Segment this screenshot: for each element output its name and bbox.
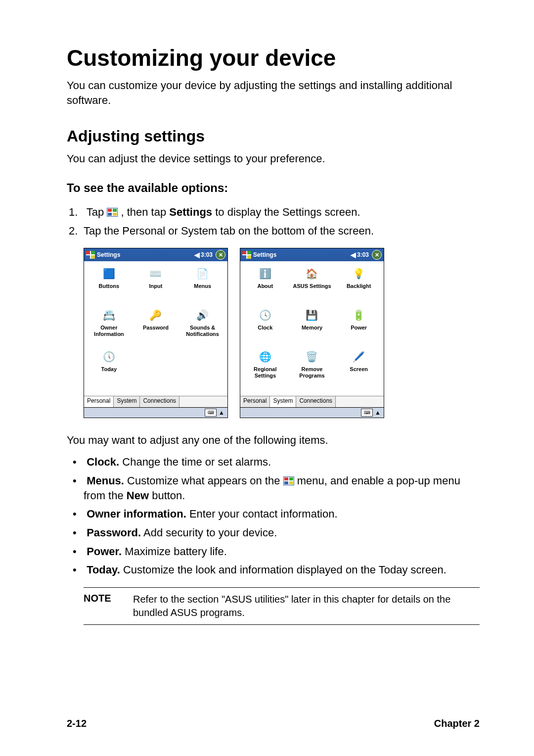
- item-owner-information[interactable]: 📇Owner Information: [86, 306, 132, 346]
- tab-connections[interactable]: Connections: [140, 396, 179, 407]
- pda-screenshots: Settings ◀ 3:03 ✕ 🟦Buttons ⌨️Input 📄Menu…: [84, 248, 480, 418]
- bullet-text: button.: [149, 489, 185, 502]
- pda-personal: Settings ◀ 3:03 ✕ 🟦Buttons ⌨️Input 📄Menu…: [84, 248, 228, 418]
- item-input[interactable]: ⌨️Input: [133, 264, 179, 305]
- owner-info-icon: 📇: [101, 308, 117, 323]
- sip-bar: ⌨ ▲: [84, 407, 227, 418]
- step1-post: to display the Settings screen.: [212, 206, 360, 218]
- item-menus[interactable]: 📄Menus: [179, 264, 225, 305]
- close-button[interactable]: ✕: [216, 250, 225, 260]
- pda-system: Settings ◀ 3:03 ✕ ℹ️About 🏠ASUS Settings…: [240, 248, 384, 418]
- steps-list: Tap , then tap Settings to display the S…: [67, 205, 480, 238]
- start-icon: [107, 208, 118, 217]
- bullet-text: Change the time or set alarms.: [119, 456, 271, 468]
- speaker-icon[interactable]: ◀: [194, 251, 200, 259]
- chapter-label: Chapter 2: [434, 718, 480, 729]
- bullet-label: Owner information.: [87, 508, 186, 520]
- bullet-label: Password.: [87, 526, 141, 539]
- bullet-label: Clock.: [87, 456, 119, 468]
- asus-settings-icon: 🏠: [304, 266, 320, 281]
- section-text: You can adjust the device settings to yo…: [67, 151, 480, 166]
- subsection-heading: To see the available options:: [67, 181, 480, 195]
- bullet-text: Add security to your device.: [141, 526, 277, 539]
- tab-connections[interactable]: Connections: [296, 396, 336, 407]
- remove-programs-icon: 🗑️: [304, 349, 320, 364]
- note-box: NOTE Refer to the section "ASUS utilitie…: [84, 587, 480, 625]
- item-remove-programs[interactable]: 🗑️Remove Programs: [289, 347, 335, 388]
- bullet-list: Clock. Change the time or set alarms. Me…: [67, 455, 480, 577]
- sounds-icon: 🔊: [195, 308, 211, 323]
- bullet-menus: Menus. Customize what appears on the men…: [67, 473, 480, 503]
- clock-time[interactable]: 3:03: [357, 251, 369, 258]
- bullet-text: Maximize battery life.: [122, 545, 227, 558]
- bullet-text: Enter your contact information.: [186, 508, 338, 520]
- about-icon: ℹ️: [257, 266, 273, 281]
- close-button[interactable]: ✕: [372, 250, 382, 260]
- item-regional-settings[interactable]: 🌐Regional Settings: [242, 347, 288, 388]
- icon-grid-personal: 🟦Buttons ⌨️Input 📄Menus 📇Owner Informati…: [84, 261, 227, 396]
- step1-bold: Settings: [169, 206, 212, 218]
- clock-icon: 🕓: [257, 308, 273, 323]
- item-asus-settings[interactable]: 🏠ASUS Settings: [289, 264, 335, 305]
- page-title: Customizing your device: [67, 45, 480, 71]
- power-icon: 🔋: [351, 308, 367, 323]
- bullet-text: Customize what appears on the: [124, 474, 283, 487]
- bullet-today: Today. Customize the look and informatio…: [67, 563, 480, 577]
- bullet-label: Today.: [87, 564, 120, 576]
- item-sounds-notifications[interactable]: 🔊Sounds & Notifications: [179, 306, 225, 346]
- pda-tabs-system: Personal System Connections: [240, 396, 384, 407]
- item-about[interactable]: ℹ️About: [242, 264, 288, 305]
- window-title: Settings: [97, 251, 194, 258]
- bullet-power: Power. Maximize battery life.: [67, 544, 480, 559]
- paragraph: You may want to adjust any one of the fo…: [67, 433, 480, 448]
- clock-time[interactable]: 3:03: [201, 251, 213, 258]
- titlebar: Settings ◀ 3:03 ✕: [240, 248, 384, 261]
- item-clock[interactable]: 🕓Clock: [242, 306, 288, 346]
- step1-mid: , then tap: [118, 206, 169, 218]
- today-icon: 🕔: [101, 349, 117, 364]
- icon-grid-system: ℹ️About 🏠ASUS Settings 💡Backlight 🕓Clock…: [240, 261, 384, 396]
- regional-settings-icon: 🌐: [257, 349, 273, 364]
- sip-arrow-icon[interactable]: ▲: [219, 409, 224, 416]
- item-memory[interactable]: 💾Memory: [289, 306, 335, 346]
- page-number: 2-12: [67, 718, 87, 729]
- bullet-owner: Owner information. Enter your contact in…: [67, 507, 480, 521]
- tab-personal[interactable]: Personal: [84, 396, 114, 407]
- sip-bar: ⌨ ▲: [240, 407, 384, 418]
- step-1: Tap , then tap Settings to display the S…: [67, 205, 480, 220]
- start-icon[interactable]: [242, 251, 251, 259]
- note-label: NOTE: [84, 593, 133, 619]
- item-backlight[interactable]: 💡Backlight: [336, 264, 382, 305]
- item-power[interactable]: 🔋Power: [336, 306, 382, 346]
- buttons-icon: 🟦: [101, 266, 117, 281]
- tab-system[interactable]: System: [114, 396, 140, 407]
- start-icon[interactable]: [86, 251, 95, 259]
- bullet-label: Menus.: [87, 474, 124, 487]
- password-icon: 🔑: [148, 308, 164, 323]
- input-icon: ⌨️: [148, 266, 164, 281]
- sip-arrow-icon[interactable]: ▲: [375, 409, 381, 416]
- start-icon: [283, 476, 294, 485]
- tab-personal[interactable]: Personal: [240, 396, 270, 407]
- pda-tabs-personal: Personal System Connections: [84, 396, 227, 407]
- bullet-bold: New: [127, 489, 149, 502]
- titlebar: Settings ◀ 3:03 ✕: [84, 248, 227, 261]
- item-screen[interactable]: 🖊️Screen: [336, 347, 382, 388]
- item-password[interactable]: 🔑Password: [133, 306, 179, 346]
- tab-system[interactable]: System: [270, 396, 296, 407]
- memory-icon: 💾: [304, 308, 320, 323]
- speaker-icon[interactable]: ◀: [351, 251, 356, 259]
- keyboard-icon[interactable]: ⌨: [205, 409, 217, 417]
- item-buttons[interactable]: 🟦Buttons: [86, 264, 132, 305]
- page-footer: 2-12 Chapter 2: [67, 718, 480, 729]
- window-title: Settings: [253, 251, 351, 258]
- screen-icon: 🖊️: [351, 349, 367, 364]
- page: Customizing your device You can customiz…: [0, 0, 534, 756]
- keyboard-icon[interactable]: ⌨: [361, 409, 373, 417]
- item-today[interactable]: 🕔Today: [86, 347, 132, 388]
- bullet-text: Customize the look and information displ…: [120, 564, 446, 576]
- step1-pre: Tap: [87, 206, 107, 218]
- note-text: Refer to the section "ASUS utilities" la…: [133, 593, 480, 619]
- bullet-password: Password. Add security to your device.: [67, 525, 480, 540]
- bullet-clock: Clock. Change the time or set alarms.: [67, 455, 480, 470]
